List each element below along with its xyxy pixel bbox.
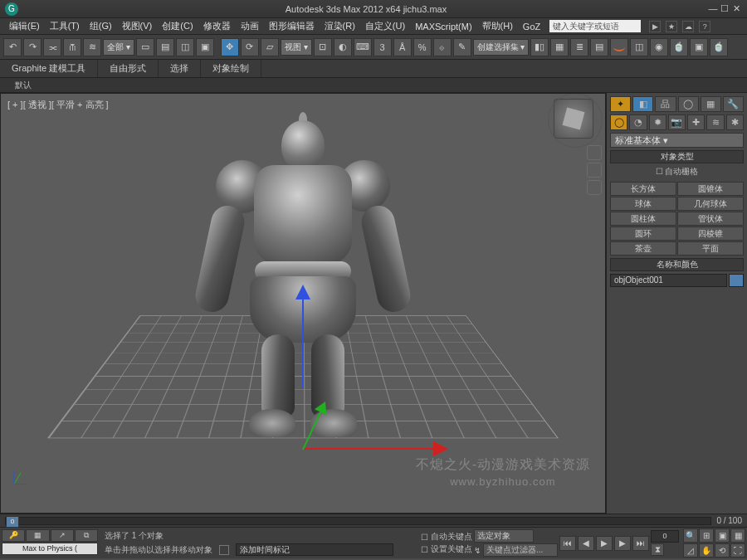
align-button[interactable]: ▦ [550, 38, 569, 56]
btn-cylinder[interactable]: 圆柱体 [610, 212, 676, 226]
autogrid-checkbox[interactable]: ☐ 自动栅格 [610, 166, 744, 179]
tab-utilities-icon[interactable]: 🔧 [723, 96, 744, 112]
menu-edit[interactable]: 编辑(E) [5, 18, 44, 34]
time-slider[interactable]: 0 0 / 100 [0, 514, 747, 527]
search-go-icon[interactable]: ▶ [649, 21, 661, 32]
angle-snap-button[interactable]: Å [393, 38, 412, 56]
key-tangent-icon[interactable]: ↗ [51, 529, 74, 542]
select-scale-button[interactable]: ▱ [261, 38, 279, 56]
snaps-toggle-button[interactable]: 3 [374, 38, 392, 56]
zoom-extents-button[interactable]: ▣ [715, 528, 730, 543]
move-gizmo-y-axis[interactable] [302, 289, 304, 388]
setkey-toggle[interactable]: ☐设置关键点 [421, 543, 472, 555]
key-mode-icon[interactable]: ▦ [26, 529, 49, 542]
pan-view-button[interactable]: ✋ [699, 543, 714, 558]
cat-helpers-icon[interactable]: ✚ [687, 114, 705, 130]
render-button[interactable]: 🍵 [710, 38, 728, 56]
edit-named-sel-button[interactable]: ✎ [453, 38, 471, 56]
maxscript-mini-listener[interactable]: Max to Physics ( [2, 543, 98, 555]
menu-create[interactable]: 创建(C) [158, 18, 197, 34]
play-button[interactable]: ▶ [596, 536, 613, 551]
menu-grapheditors[interactable]: 图形编辑器 [265, 18, 319, 34]
zoom-button[interactable]: 🔍 [683, 528, 698, 543]
primitive-category-dropdown[interactable]: 标准基本体 ▾ [610, 133, 744, 148]
named-sel-dropdown[interactable]: 创建选择集 ▾ [473, 39, 530, 56]
menu-tools[interactable]: 工具(T) [46, 18, 84, 34]
menu-maxscript[interactable]: MAXScript(M) [411, 20, 476, 33]
viewcube[interactable] [554, 99, 593, 139]
object-name-input[interactable]: objObject001 [610, 274, 727, 287]
exchange-icon[interactable]: ☁ [682, 21, 694, 32]
cat-lights-icon[interactable]: ✹ [649, 114, 666, 130]
spinner-snap-button[interactable]: ⟐ [433, 38, 452, 56]
zoom-all-button[interactable]: ⊞ [699, 528, 714, 543]
object-color-swatch[interactable] [729, 274, 744, 287]
selection-filter-dropdown[interactable]: 全部 ▾ [103, 39, 134, 56]
viewport-label[interactable]: [ + ][ 透视 ][ 平滑 + 高亮 ] [7, 99, 109, 111]
cat-spacewarps-icon[interactable]: ≋ [706, 114, 724, 130]
steering-wheel-icon[interactable] [587, 145, 602, 160]
tab-motion-icon[interactable]: ◯ [678, 96, 699, 112]
ref-coord-dropdown[interactable]: 视图 ▾ [281, 39, 312, 56]
graphite-toggle-button[interactable]: ▤ [590, 38, 608, 56]
menu-customize[interactable]: 自定义(U) [361, 18, 409, 34]
tab-modify-icon[interactable]: ◧ [632, 96, 653, 112]
ribbon-tab-freeform[interactable]: 自由形式 [98, 60, 159, 77]
btn-pyramid[interactable]: 四棱锥 [677, 226, 744, 241]
ribbon-tab-selection[interactable]: 选择 [159, 60, 201, 77]
menu-goz[interactable]: GoZ [519, 20, 544, 33]
set-key-icon[interactable]: 🔑 [2, 529, 25, 542]
btn-sphere[interactable]: 球体 [610, 197, 676, 211]
menu-help[interactable]: 帮助(H) [478, 18, 517, 34]
btn-plane[interactable]: 平面 [677, 241, 744, 256]
select-by-name-button[interactable]: ▤ [156, 38, 174, 56]
cat-systems-icon[interactable]: ✱ [726, 114, 744, 130]
select-region-button[interactable]: ◫ [176, 38, 194, 56]
ribbon-tab-modeling[interactable]: Graphite 建模工具 [0, 60, 98, 77]
keyboard-shortcut-button[interactable]: ⌨ [354, 38, 372, 56]
material-editor-button[interactable]: ◉ [650, 38, 668, 56]
pivot-center-button[interactable]: ⊡ [314, 38, 332, 56]
ribbon-tab-objectpaint[interactable]: 对象绘制 [201, 60, 261, 77]
rollout-object-type[interactable]: 对象类型 [610, 150, 744, 163]
key-nav-icon[interactable]: ↯ [474, 546, 481, 555]
tab-display-icon[interactable]: ▦ [701, 96, 721, 112]
subscription-icon[interactable]: ★ [666, 21, 677, 32]
tab-create-icon[interactable]: ✦ [610, 96, 631, 112]
goto-end-button[interactable]: ⏭ [632, 536, 649, 551]
unlink-button[interactable]: ⫚ [63, 38, 81, 56]
link-button[interactable]: ⫘ [43, 38, 61, 56]
render-setup-button[interactable]: 🍵 [670, 38, 688, 56]
current-frame-input[interactable]: 0 [651, 530, 679, 543]
key-target-dropdown[interactable]: 选定对象 [474, 529, 534, 543]
move-gizmo-x-axis[interactable] [303, 448, 444, 450]
percent-snap-button[interactable]: % [413, 38, 432, 56]
ribbon-sub-default[interactable]: 默认 [7, 78, 40, 93]
redo-button[interactable]: ↷ [23, 38, 42, 56]
window-controls[interactable]: —☐✕ [707, 3, 742, 14]
menu-modifiers[interactable]: 修改器 [199, 18, 235, 34]
key-filters-icon[interactable]: ⧉ [75, 529, 98, 542]
btn-geosphere[interactable]: 几何球体 [677, 197, 744, 211]
curve-editor-button[interactable] [610, 38, 628, 56]
cat-geometry-icon[interactable]: ◯ [610, 114, 627, 130]
goto-start-button[interactable]: ⏮ [559, 536, 576, 551]
orbit-button[interactable]: ⟲ [715, 543, 730, 558]
select-rotate-button[interactable]: ⟳ [241, 38, 259, 56]
select-object-button[interactable]: ▭ [136, 38, 154, 56]
rendered-frame-button[interactable]: ▣ [690, 38, 708, 56]
key-filters-dropdown[interactable]: 关键点过滤器... [483, 543, 558, 557]
layer-manager-button[interactable]: ≣ [570, 38, 588, 56]
orbit-icon[interactable] [587, 180, 602, 195]
cat-cameras-icon[interactable]: 📷 [668, 114, 686, 130]
schematic-view-button[interactable]: ◫ [630, 38, 648, 56]
cat-shapes-icon[interactable]: ◔ [629, 114, 647, 130]
menu-views[interactable]: 视图(V) [118, 18, 157, 34]
btn-tube[interactable]: 管状体 [677, 212, 744, 226]
help-icon[interactable]: ? [699, 21, 710, 32]
help-search-input[interactable]: 键入关键字或短语 [549, 20, 641, 32]
time-tag-input[interactable]: 添加时间标记 [236, 543, 393, 556]
window-crossing-button[interactable]: ▣ [196, 38, 214, 56]
btn-teapot[interactable]: 茶壶 [610, 241, 676, 256]
rollout-name-color[interactable]: 名称和颜色 [610, 258, 744, 271]
